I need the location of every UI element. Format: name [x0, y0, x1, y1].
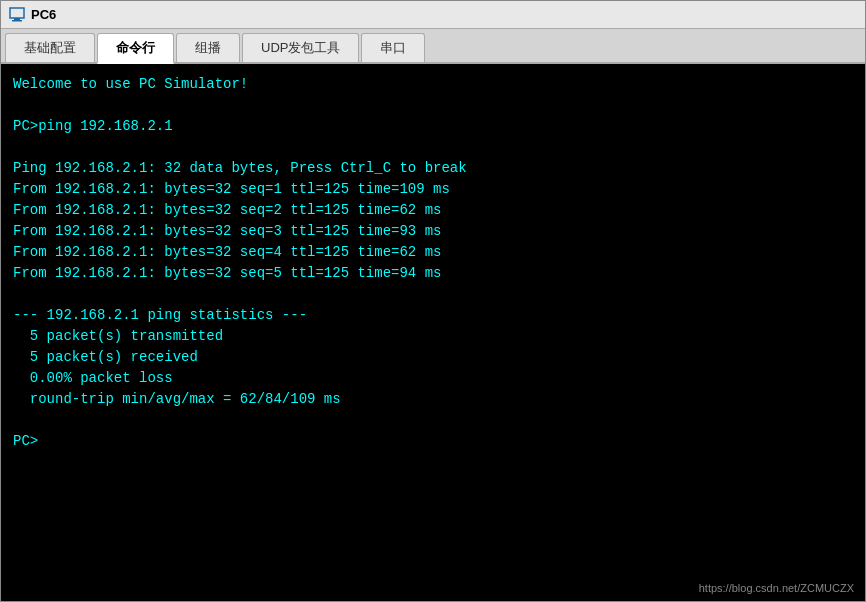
svg-rect-2 [12, 20, 22, 22]
pc-icon [9, 7, 25, 23]
window-title: PC6 [31, 7, 56, 22]
title-bar: PC6 [1, 1, 865, 29]
tab-command-line[interactable]: 命令行 [97, 33, 174, 64]
tab-basic-config[interactable]: 基础配置 [5, 33, 95, 62]
svg-rect-0 [10, 8, 24, 18]
window: PC6 基础配置 命令行 组播 UDP发包工具 串口 Welcome to us… [0, 0, 866, 602]
svg-rect-1 [14, 18, 20, 20]
watermark: https://blog.csdn.net/ZCMUCZX [699, 582, 854, 594]
terminal-output[interactable]: Welcome to use PC Simulator! PC>ping 192… [1, 64, 865, 601]
tab-multicast[interactable]: 组播 [176, 33, 240, 62]
tab-bar: 基础配置 命令行 组播 UDP发包工具 串口 [1, 29, 865, 64]
tab-serial[interactable]: 串口 [361, 33, 425, 62]
tab-udp-tool[interactable]: UDP发包工具 [242, 33, 359, 62]
